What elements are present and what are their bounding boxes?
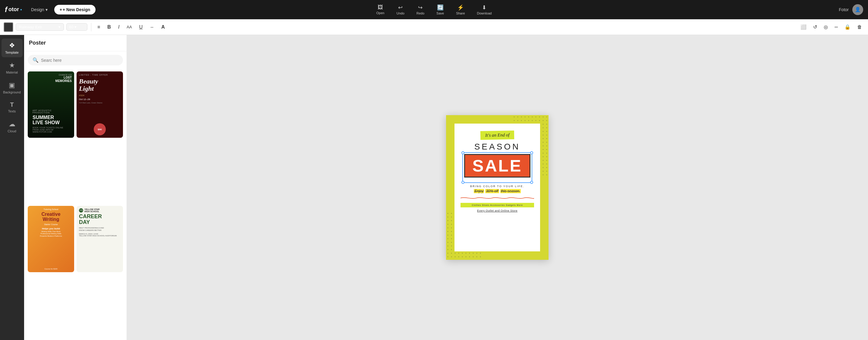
share-icon: ⚡	[457, 4, 464, 11]
template-item-creative[interactable]: Tutoring School CreativeWriting Starter …	[28, 206, 74, 272]
template-icon: ❖	[9, 41, 15, 50]
lock-icon: 🔒	[844, 24, 850, 30]
layers-button[interactable]: ▫▫	[832, 23, 840, 31]
bottom-bar: Clothes Shoes Accessories Gadgets More	[461, 203, 534, 207]
top-nav: f otor ● Design ▾ + + New Design 🖼 Open …	[0, 0, 868, 19]
undo-button[interactable]: ↩ Undo	[394, 3, 407, 16]
texts-icon: T	[10, 101, 13, 108]
sidebar-item-material[interactable]: ★ Material	[1, 59, 23, 77]
sale-box[interactable]: SALE	[464, 154, 530, 178]
discount-text: 30% off	[485, 189, 499, 193]
crop-icon: ◎	[824, 24, 828, 30]
sidebar-item-background[interactable]: ▣ Background	[1, 79, 23, 97]
search-icon: 🔍	[33, 57, 38, 63]
left-sidebar: ❖ Template ★ Material ▣ Background T Tex…	[0, 35, 24, 340]
chevron-down-icon: ▾	[59, 25, 61, 29]
template-item-beauty[interactable]: LIMITED - TIME OFFER BeautyLight #324 Oc…	[76, 71, 123, 138]
lock-button[interactable]: 🔒	[842, 23, 853, 31]
text-color-swatch[interactable]	[4, 22, 13, 32]
logo-dot: ●	[20, 8, 22, 11]
duplicate-button[interactable]: ⬜	[798, 23, 809, 31]
app-logo[interactable]: f otor ●	[5, 5, 22, 14]
poster-content: It's an End of SEASON SALE BRING COLOR T…	[455, 124, 540, 251]
handle-bl[interactable]	[461, 181, 464, 184]
crop-button[interactable]: ◎	[821, 23, 830, 31]
search-input[interactable]	[41, 58, 118, 63]
share-button[interactable]: ⚡ Share	[454, 3, 467, 16]
sidebar-item-texts[interactable]: T Texts	[1, 98, 23, 116]
logo-text: f	[5, 5, 7, 14]
left-panel: Poster 🔍 ART ACOUSTIC PRODUCTION SUMMERL…	[24, 35, 127, 340]
duplicate-icon: ⬜	[801, 24, 807, 30]
font-family-selector[interactable]: Raleway Extr ▾	[16, 23, 64, 31]
font-size-aa-button[interactable]: AA	[124, 24, 134, 30]
trash-icon: 🗑	[857, 24, 862, 30]
material-icon: ★	[9, 61, 15, 69]
main-layout: ❖ Template ★ Material ▣ Background T Tex…	[0, 35, 868, 340]
template-grid: ART ACOUSTIC PRODUCTION SUMMERLIVE SHOW …	[24, 69, 127, 340]
template-item-career[interactable]: YS YELLOW STARHIGH SCHOOL CAREERDAY MEET…	[76, 206, 123, 272]
design-menu-button[interactable]: Design ▾	[28, 5, 51, 14]
avatar[interactable]: 👤	[852, 4, 863, 15]
every-outlet: Every Outlet and Online Store	[477, 209, 518, 212]
new-design-button[interactable]: + + New Design	[54, 5, 96, 14]
background-icon: ▣	[9, 82, 15, 89]
end-of-season-badge: It's an End of	[480, 130, 515, 140]
chevron-down-icon: ▾	[45, 7, 48, 12]
font-size-selector[interactable]: 60 ▾	[66, 23, 87, 31]
sidebar-item-cloud[interactable]: ☁ Cloud	[1, 117, 23, 136]
save-icon: 🔄	[437, 4, 444, 11]
sale-text: SALE	[472, 156, 522, 175]
layers-icon: ▫▫	[835, 24, 838, 30]
template-item-summer[interactable]: ART ACOUSTIC PRODUCTION SUMMERLIVE SHOW …	[28, 71, 74, 138]
divider-1	[91, 23, 91, 31]
plus-icon: +	[60, 7, 62, 12]
bold-button[interactable]: B	[105, 23, 113, 31]
panel-header: Poster	[24, 35, 127, 51]
toolbar-right-actions: ⬜ ↺ ◎ ▫▫ 🔒 🗑	[798, 23, 864, 31]
delete-button[interactable]: 🗑	[855, 23, 864, 31]
letter-spacing-button[interactable]: ↔	[147, 24, 156, 31]
underline-button[interactable]: U	[137, 23, 145, 31]
wavy-line	[461, 196, 534, 200]
italic-button[interactable]: I	[116, 23, 122, 31]
undo-icon: ↩	[398, 4, 403, 11]
redo-icon: ↪	[418, 4, 423, 11]
rotate-icon: ↺	[813, 24, 817, 30]
cloud-icon: ☁	[9, 120, 16, 128]
text-toolbar: Raleway Extr ▾ 60 ▾ ≡ B I AA U ↔ A ⬜ ↺ ◎…	[0, 19, 868, 35]
user-name: Fotor	[839, 7, 849, 12]
enjoy-text: Enjoy 30% off this season.	[474, 189, 521, 193]
handle-br[interactable]	[530, 181, 533, 184]
chevron-down-icon: ▾	[74, 25, 76, 29]
spacing-icon: ↔	[150, 25, 154, 30]
save-button[interactable]: 🔄 Save	[434, 3, 446, 16]
canvas-area: It's an End of SEASON SALE BRING COLOR T…	[127, 35, 868, 340]
open-button[interactable]: 🖼 Open	[374, 3, 387, 16]
handle-tr[interactable]	[530, 151, 533, 154]
bring-color-text: BRING COLOR TO YOUR LIFE.	[470, 185, 524, 188]
rotate-button[interactable]: ↺	[811, 23, 819, 31]
download-icon: ⬇	[482, 4, 487, 11]
nav-center-actions: 🖼 Open ↩ Undo ↪ Redo 🔄 Save ⚡ Share ⬇ Do…	[374, 3, 494, 16]
logo-name: otor	[8, 6, 19, 13]
redo-button[interactable]: ↪ Redo	[414, 3, 427, 16]
text-case-button[interactable]: A	[159, 23, 167, 31]
nav-right: Fotor 👤	[839, 4, 863, 15]
download-button[interactable]: ⬇ Download	[475, 3, 494, 16]
text-align-button[interactable]: ≡	[95, 23, 102, 31]
poster-canvas: It's an End of SEASON SALE BRING COLOR T…	[446, 115, 549, 260]
search-box: 🔍	[28, 55, 123, 65]
sidebar-item-template[interactable]: ❖ Template	[1, 38, 23, 57]
open-icon: 🖼	[378, 4, 383, 10]
season-text: SEASON	[474, 142, 521, 152]
align-icon: ≡	[97, 24, 100, 30]
